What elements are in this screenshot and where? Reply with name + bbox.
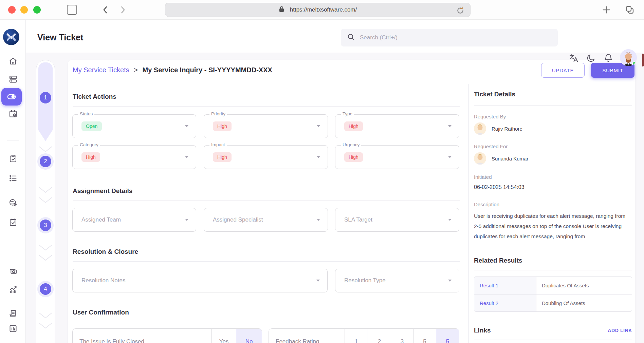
resolution-notes-select[interactable]: Resolution Notes [72, 269, 328, 292]
chevron-down-icon [38, 312, 53, 321]
issue-closed-yes-button[interactable]: Yes [211, 329, 236, 343]
forward-button[interactable] [117, 5, 128, 15]
chart-line-icon [8, 285, 18, 294]
field-label: Status [78, 111, 94, 116]
user-avatar[interactable] [620, 49, 637, 66]
sidebar-item-billing[interactable] [0, 264, 26, 278]
assigned-team-select[interactable]: Assigned Team [72, 208, 196, 232]
select-placeholder: Assigned Specialist [213, 216, 263, 223]
address-bar[interactable]: https://meltxsoftware.com/ [165, 3, 471, 17]
step-3[interactable]: 3 [40, 220, 51, 231]
priority-select[interactable]: Priority High [204, 114, 328, 138]
sidebar-item-approvals[interactable] [0, 215, 26, 229]
type-select[interactable]: Type High [335, 114, 459, 138]
bar-chart-icon [8, 324, 18, 333]
step-1[interactable]: 1 [40, 92, 51, 103]
section-title-resolution: Resolution & Closure [73, 248, 138, 255]
feedback-rating-segmented-control: Feedback Rating 1 2 3 5 5 [269, 328, 459, 343]
chevron-down-icon [38, 196, 53, 205]
clipboard-check-icon [8, 154, 18, 163]
field-label: Urgency [341, 142, 361, 147]
sidebar-item-schedule[interactable] [0, 107, 26, 120]
sidebar-item-tickets-active[interactable] [1, 88, 22, 106]
sidebar-item-reports[interactable] [0, 322, 26, 335]
chevron-down-icon [448, 219, 452, 221]
priority-badge: High [213, 121, 232, 131]
links-title: Links [474, 327, 491, 334]
requested-by-avatar [474, 122, 486, 135]
breadcrumb-separator: > [134, 66, 138, 74]
close-window-button[interactable] [8, 6, 16, 14]
search-icon [347, 33, 355, 42]
new-tab-button[interactable] [602, 5, 611, 16]
rating-5-button[interactable]: 5 [436, 329, 459, 343]
status-select[interactable]: Status Open [72, 114, 196, 138]
type-badge: High [344, 121, 363, 131]
new-tab-shape-icon[interactable] [67, 5, 77, 15]
search-input[interactable] [360, 34, 552, 41]
sidebar-item-invoices[interactable] [0, 306, 26, 320]
notifications-bell-icon[interactable] [604, 53, 613, 63]
rating-1-button[interactable]: 1 [345, 329, 368, 343]
chevron-down-icon [317, 156, 320, 158]
rating-4-button[interactable]: 5 [413, 329, 436, 343]
feedback-rating-label: Feedback Rating [269, 329, 345, 343]
add-link-button[interactable]: ADD LINK [608, 328, 632, 333]
requested-by-row: Rajiv Rathore [474, 122, 632, 135]
sidebar-item-servers[interactable] [0, 72, 26, 86]
minimize-window-button[interactable] [20, 6, 28, 14]
page-title: View Ticket [37, 33, 83, 42]
reload-icon[interactable] [456, 6, 465, 16]
urgency-select[interactable]: Urgency High [335, 145, 459, 169]
toggle-icon [6, 92, 17, 102]
requested-by-label: Requested By [474, 114, 632, 119]
sidebar-item-analytics[interactable] [0, 283, 26, 296]
description-text: User is receiving duplicates for each al… [474, 211, 627, 242]
dark-mode-moon-icon[interactable] [586, 53, 596, 63]
brand-logo[interactable] [3, 29, 19, 45]
result-link[interactable]: Result 2 [474, 294, 536, 311]
select-placeholder: Resolution Type [344, 277, 386, 284]
divider [73, 261, 460, 262]
sidebar-item-locations[interactable] [0, 196, 26, 209]
maximize-window-button[interactable] [33, 6, 41, 14]
issue-closed-segmented-control: The Issue Is Fully Closed Yes No [72, 328, 262, 343]
section-title-ticket-actions: Ticket Actions [73, 93, 116, 100]
impact-badge: High [213, 152, 232, 162]
update-button[interactable]: UPDATE [541, 63, 585, 78]
resolution-type-select[interactable]: Resolution Type [335, 269, 459, 292]
rating-2-button[interactable]: 2 [368, 329, 391, 343]
sidebar-nav [0, 20, 26, 343]
breadcrumb-parent-link[interactable]: My Service Tickets [73, 66, 129, 74]
sidebar-item-list[interactable] [0, 171, 26, 185]
calendar-clock-icon [8, 109, 18, 118]
sidebar-item-home[interactable] [0, 54, 26, 68]
sidebar-divider [7, 140, 19, 140]
field-label: Type [341, 111, 354, 116]
impact-select[interactable]: Impact High [204, 145, 328, 169]
assigned-specialist-select[interactable]: Assigned Specialist [204, 208, 328, 232]
initiated-label: Initiated [474, 174, 632, 180]
issue-closed-no-button[interactable]: No [236, 329, 262, 343]
divider [474, 340, 632, 340]
rating-3-button[interactable]: 3 [391, 329, 413, 343]
chevron-down-icon [185, 125, 188, 127]
chevron-down-icon [185, 219, 188, 221]
tab-overview-icon[interactable] [624, 4, 636, 17]
list-icon [8, 174, 18, 183]
chevron-down-icon [38, 322, 53, 331]
app-header: View Ticket [0, 20, 644, 53]
sidebar-item-requests[interactable] [0, 152, 26, 165]
global-search[interactable] [341, 29, 558, 46]
category-select[interactable]: Category High [72, 145, 196, 169]
requested-for-row: Sunanda Kumar [474, 152, 632, 165]
step-2[interactable]: 2 [40, 156, 51, 167]
step-4[interactable]: 4 [40, 283, 51, 295]
related-results-title: Related Results [474, 257, 632, 264]
scrollbar-thumb[interactable] [642, 54, 644, 66]
back-button[interactable] [100, 5, 111, 15]
globe-pin-icon [8, 198, 18, 207]
result-link[interactable]: Result 1 [474, 277, 536, 294]
translate-icon[interactable] [569, 53, 578, 63]
sla-target-select[interactable]: SLA Target [335, 208, 459, 232]
